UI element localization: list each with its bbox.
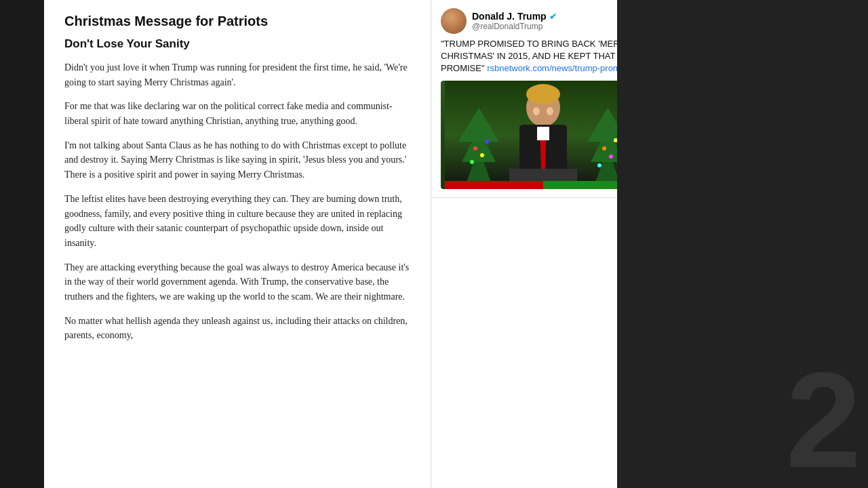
article-body: Didn't you just love it when Trump was r…	[64, 60, 410, 343]
svg-point-10	[480, 153, 484, 157]
dark-left-sidebar	[0, 0, 44, 488]
left-article-panel: Christmas Message for Patriots Don't Los…	[44, 0, 431, 488]
number-decoration: 2	[786, 352, 861, 488]
avatar-image	[441, 8, 467, 34]
svg-rect-25	[445, 181, 543, 189]
article-paragraph-3: I'm not talking about Santa Claus as he …	[64, 138, 410, 182]
article-paragraph-1: Didn't you just love it when Trump was r…	[64, 60, 410, 89]
svg-point-13	[602, 146, 606, 150]
avatar	[441, 8, 467, 34]
svg-rect-21	[537, 127, 549, 140]
svg-point-15	[597, 163, 601, 167]
tweet-image-svg	[445, 81, 642, 189]
tweet-username[interactable]: Donald J. Trump ✔	[472, 11, 557, 22]
user-name-block: Donald J. Trump ✔ @realDonaldTrump	[472, 11, 557, 31]
svg-point-12	[485, 140, 489, 144]
svg-point-18	[526, 84, 560, 104]
article-paragraph-4: The leftist elites have been destroying …	[64, 192, 410, 251]
tweet-user-info: Donald J. Trump ✔ @realDonaldTrump	[441, 8, 557, 34]
svg-point-11	[470, 160, 474, 164]
tweet-link[interactable]: rsbnetwork.com/news/trump-prom...	[487, 63, 627, 73]
username-text: Donald J. Trump	[472, 11, 547, 22]
svg-point-23	[533, 107, 540, 115]
verified-badge: ✔	[549, 12, 557, 22]
svg-point-24	[547, 107, 553, 115]
tweet-image[interactable]: ⊙	[441, 81, 645, 189]
svg-point-14	[609, 155, 613, 159]
article-paragraph-6: No matter what hellish agenda they unlea…	[64, 314, 410, 343]
tweet-text: "TRUMP PROMISED TO BRING BACK 'MERRY CHR…	[441, 38, 645, 75]
article-title: Christmas Message for Patriots	[64, 14, 410, 29]
tweet-handle: @realDonaldTrump	[472, 22, 557, 31]
article-paragraph-5: They are attacking everything because th…	[64, 260, 410, 304]
article-subtitle: Don't Lose Your Sanity	[64, 37, 410, 51]
tweet-header: Donald J. Trump ✔ @realDonaldTrump 57m	[441, 8, 645, 34]
svg-point-9	[473, 146, 477, 150]
article-paragraph-2: For me that was like declaring war on th…	[64, 99, 410, 128]
dark-right-overlay: 2	[617, 0, 868, 488]
